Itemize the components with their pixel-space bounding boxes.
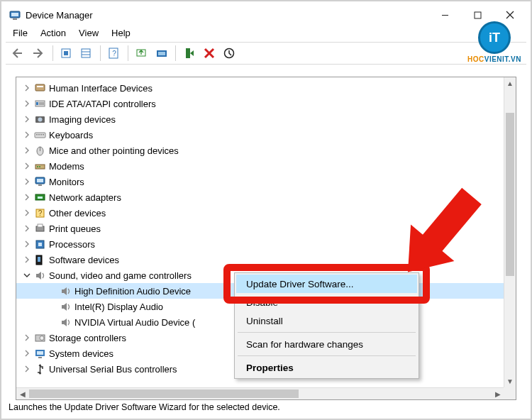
device-label: Print queues [49,223,101,234]
menu-properties[interactable]: Properties [236,358,417,377]
device-category-node[interactable]: Network adapters [16,189,516,205]
hscroll-thumb[interactable] [29,389,299,398]
svg-point-37 [39,166,40,167]
horizontal-scrollbar[interactable]: ◀ ▶ [16,387,504,399]
svg-point-36 [37,166,38,167]
device-category-node[interactable]: Human Interface Devices [16,80,516,96]
menu-help[interactable]: Help [111,28,131,38]
minimize-button[interactable] [428,5,461,25]
chevron-right-icon[interactable] [22,83,32,93]
device-category-node[interactable]: Software devices [16,252,516,267]
svg-rect-22 [37,86,43,87]
svg-point-56 [39,372,41,374]
back-button[interactable] [10,44,28,62]
toolbar: ? [6,42,526,65]
device-category-node[interactable]: Processors [16,236,516,252]
chevron-right-icon[interactable] [22,145,32,155]
menubar: File Action View Help [6,26,526,42]
statusbar: Launches the Update Driver Software Wiza… [6,402,526,416]
chevron-right-icon[interactable] [48,302,57,311]
chevron-right-icon[interactable] [22,333,32,343]
device-category-node[interactable]: ?Other devices [16,205,516,221]
update-driver-tb-button[interactable] [133,44,151,62]
chevron-right-icon[interactable] [22,99,32,109]
scroll-up-icon[interactable]: ▲ [504,77,516,89]
chevron-down-icon[interactable] [22,270,32,280]
context-menu: Update Driver Software... Disable Uninst… [234,272,419,379]
help-button[interactable]: ? [105,44,123,62]
window-title: Device Manager [26,10,428,21]
scroll-left-icon[interactable]: ◀ [16,388,28,399]
speaker-icon [59,284,72,297]
chevron-right-icon[interactable] [22,130,32,140]
svg-text:?: ? [38,209,42,217]
menu-view[interactable]: View [79,28,99,38]
device-label: Processors [49,239,95,250]
device-category-node[interactable]: Mice and other pointing devices [16,143,516,158]
device-label: IDE ATA/ATAPI controllers [49,99,156,109]
device-label: Imaging devices [49,114,116,125]
hid-icon [33,82,46,94]
svg-rect-9 [82,49,90,57]
device-label: High Definition Audio Device [74,286,191,297]
svg-rect-42 [38,197,43,199]
keyboard-icon [33,128,46,141]
menu-scan[interactable]: Scan for hardware changes [236,335,417,353]
usb-icon [33,363,46,375]
chevron-right-icon[interactable] [22,192,32,202]
close-button[interactable] [494,5,526,25]
menu-separator [238,332,416,333]
chevron-right-icon[interactable] [48,286,57,296]
menu-uninstall[interactable]: Uninstall [236,311,417,330]
uninstall-tb-button[interactable] [200,44,218,62]
scan-tb-button[interactable] [153,44,171,62]
svg-rect-48 [38,243,42,246]
system-icon [33,347,46,360]
disable-tb-button[interactable] [180,44,199,62]
menu-disable[interactable]: Disable [236,293,417,311]
menu-action[interactable]: Action [40,28,66,38]
device-label: Other devices [49,208,106,219]
chevron-right-icon[interactable] [22,255,32,265]
device-category-node[interactable]: Modems [16,158,516,174]
chevron-right-icon[interactable] [22,348,32,358]
svg-rect-46 [38,224,43,227]
ide-icon [33,97,46,110]
maximize-button[interactable] [461,5,494,25]
svg-rect-54 [37,351,43,355]
svg-rect-4 [475,12,481,18]
forward-button[interactable] [30,44,48,62]
scroll-down-icon[interactable]: ▼ [504,375,516,387]
svg-rect-1 [11,13,18,16]
vertical-scrollbar[interactable]: ▲ ▼ [504,77,516,387]
chevron-right-icon[interactable] [22,177,32,187]
chevron-right-icon[interactable] [22,161,32,171]
chevron-right-icon[interactable] [22,223,32,233]
chevron-right-icon[interactable] [48,317,57,327]
device-label: Monitors [49,177,84,187]
svg-rect-8 [64,51,68,55]
device-category-node[interactable]: IDE ATA/ATAPI controllers [16,96,516,111]
device-category-node[interactable]: Keyboards [16,127,516,143]
properties-button[interactable] [77,44,96,62]
chevron-right-icon[interactable] [22,239,32,249]
mouse-icon [33,144,46,157]
svg-rect-2 [13,18,17,20]
chevron-right-icon[interactable] [22,208,32,218]
menu-update-driver[interactable]: Update Driver Software... [236,275,417,293]
device-label: System devices [49,348,113,359]
scroll-right-icon[interactable]: ▶ [492,388,504,399]
enable-tb-button[interactable] [220,44,238,62]
show-hidden-button[interactable] [57,44,76,62]
menu-file[interactable]: File [13,28,28,38]
device-category-node[interactable]: Imaging devices [16,111,516,127]
device-category-node[interactable]: Monitors [16,174,516,189]
chevron-right-icon[interactable] [22,364,32,374]
modem-icon [33,160,46,172]
chevron-right-icon[interactable] [22,114,32,124]
speaker-icon [59,300,72,313]
scroll-thumb[interactable] [506,113,514,276]
device-category-node[interactable]: Print queues [16,221,516,236]
cpu-icon [33,238,46,250]
svg-rect-17 [186,48,190,58]
